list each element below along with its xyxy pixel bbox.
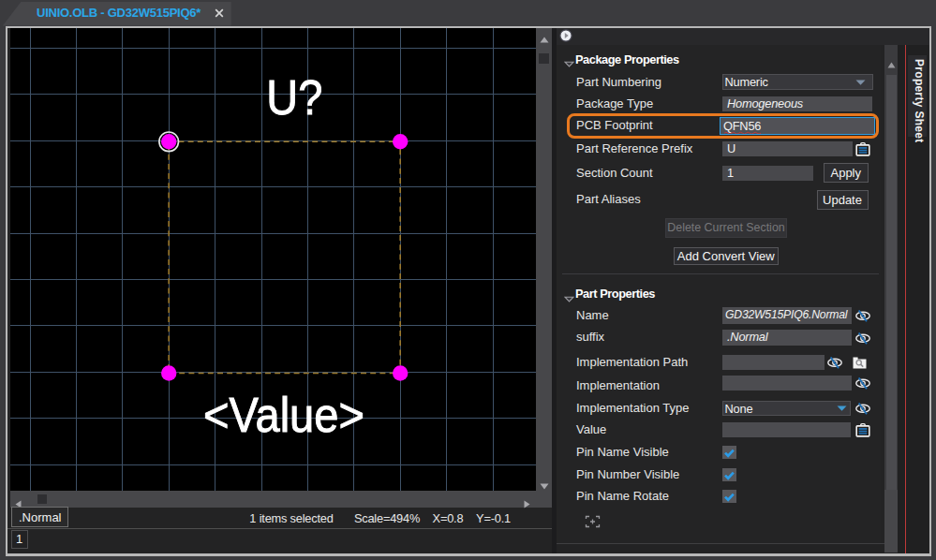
svg-text:U?: U? [266, 69, 322, 125]
svg-text:<Value>: <Value> [203, 387, 364, 442]
